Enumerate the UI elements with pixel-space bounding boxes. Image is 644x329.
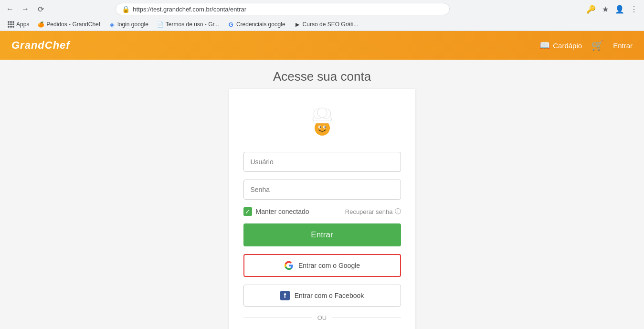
google-login-label: Entrar com o Google <box>298 262 360 269</box>
browser-actions: 🔑 ★ 👤 ⋮ <box>585 3 640 15</box>
recuperar-senha-label: Recuperar senha <box>345 208 393 215</box>
credenciais-favicon: G <box>228 21 234 28</box>
entrar-nav-link[interactable]: Entrar <box>613 42 633 50</box>
forward-button[interactable]: → <box>19 3 32 15</box>
page-content: Acesse sua conta <box>0 60 644 329</box>
navbar: GrandChef 📖 Cardápio 🛒 Entrar <box>0 31 644 60</box>
help-icon: ⓘ <box>395 207 401 216</box>
chef-logo <box>303 103 341 141</box>
pedidos-favicon: 🍊 <box>38 21 44 28</box>
svg-point-8 <box>319 127 321 128</box>
manter-conectado-checkbox[interactable]: ✓ <box>243 207 252 216</box>
facebook-login-label: Entrar com o Facebook <box>295 292 364 299</box>
pedidos-label: Pedidos - GrandChef <box>46 21 100 28</box>
entrar-label: Entrar <box>311 230 333 239</box>
google-login-button[interactable]: Entrar com o Google <box>243 254 401 277</box>
apps-bookmark[interactable]: Apps <box>4 20 33 29</box>
ou-text: OU <box>317 314 327 321</box>
apps-label: Apps <box>16 21 29 28</box>
lock-icon: 🔒 <box>122 5 130 13</box>
senha-input[interactable] <box>243 180 401 200</box>
svg-rect-10 <box>314 120 331 123</box>
login-google-favicon: ◈ <box>109 21 116 28</box>
login-card: ✓ Manter conectado Recuperar senha ⓘ Ent… <box>229 89 415 329</box>
usuario-input[interactable] <box>243 152 401 172</box>
bookmark-star-button[interactable]: ★ <box>599 3 612 15</box>
divider-line-right <box>332 318 401 318</box>
bookmark-termos[interactable]: 📄 Termos de uso - Gr... <box>153 20 223 29</box>
facebook-icon: f <box>280 291 290 300</box>
cardapio-label: Cardápio <box>553 42 582 50</box>
bookmark-credenciais[interactable]: G Credenciais google <box>224 20 289 29</box>
chef-svg-image <box>303 103 341 141</box>
book-icon: 📖 <box>539 40 550 51</box>
browser-toolbar: ← → ⟳ 🔒 https://test.grandchef.com.br/co… <box>0 0 644 18</box>
recuperar-senha-link[interactable]: Recuperar senha ⓘ <box>345 207 401 216</box>
bookmark-login-google[interactable]: ◈ login google <box>105 20 152 29</box>
apps-grid-icon <box>8 21 14 28</box>
curso-favicon: ▶ <box>294 21 301 28</box>
reload-button[interactable]: ⟳ <box>34 3 47 15</box>
bookmark-pedidos[interactable]: 🍊 Pedidos - GrandChef <box>34 20 104 29</box>
url-text: https://test.grandchef.com.br/conta/entr… <box>133 6 246 13</box>
svg-point-4 <box>317 108 327 117</box>
login-google-label: login google <box>117 21 148 28</box>
menu-button[interactable]: ⋮ <box>628 3 640 15</box>
cart-icon: 🛒 <box>591 40 603 51</box>
entrar-nav-label: Entrar <box>613 42 633 50</box>
google-icon <box>284 261 294 270</box>
facebook-login-button[interactable]: f Entrar com o Facebook <box>243 285 401 307</box>
navbar-right: 📖 Cardápio 🛒 Entrar <box>539 40 633 51</box>
svg-point-9 <box>324 127 326 128</box>
address-bar[interactable]: 🔒 https://test.grandchef.com.br/conta/en… <box>116 3 450 15</box>
cardapio-link[interactable]: 📖 Cardápio <box>539 40 582 51</box>
remember-left: ✓ Manter conectado <box>243 207 309 216</box>
remember-row: ✓ Manter conectado Recuperar senha ⓘ <box>243 207 401 216</box>
brand-logo[interactable]: GrandChef <box>11 39 70 52</box>
credenciais-label: Credenciais google <box>236 21 285 28</box>
browser-chrome: ← → ⟳ 🔒 https://test.grandchef.com.br/co… <box>0 0 644 31</box>
entrar-button[interactable]: Entrar <box>243 223 401 246</box>
bookmark-curso[interactable]: ▶ Curso de SEO Gráti... <box>290 20 362 29</box>
profile-button[interactable]: 👤 <box>613 3 626 15</box>
bookmarks-bar: Apps 🍊 Pedidos - GrandChef ◈ login googl… <box>0 18 644 31</box>
termos-label: Termos de uso - Gr... <box>166 21 219 28</box>
ou-divider: OU <box>243 314 401 321</box>
termos-favicon: 📄 <box>157 21 164 28</box>
divider-line-left <box>243 318 312 318</box>
website: GrandChef 📖 Cardápio 🛒 Entrar Acesse sua… <box>0 31 644 329</box>
cart-link[interactable]: 🛒 <box>591 40 603 51</box>
key-icon[interactable]: 🔑 <box>585 3 597 15</box>
back-button[interactable]: ← <box>4 3 16 15</box>
manter-conectado-label: Manter conectado <box>256 208 309 215</box>
page-title: Acesse sua conta <box>273 69 371 84</box>
curso-label: Curso de SEO Gráti... <box>303 21 359 28</box>
